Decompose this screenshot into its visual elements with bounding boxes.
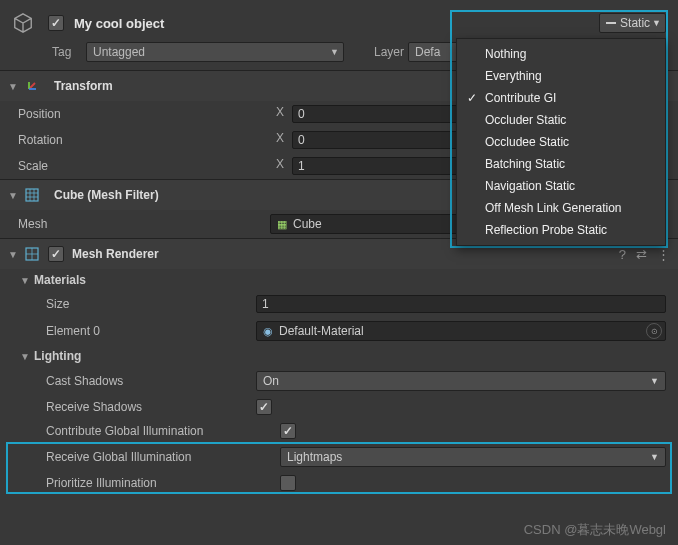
cast-shadows-label: Cast Shadows	[12, 374, 256, 388]
static-menu-item[interactable]: Off Mesh Link Generation	[457, 197, 665, 219]
rotation-x-field[interactable]: 0	[292, 131, 466, 149]
prioritize-label: Prioritize Illumination	[12, 476, 280, 490]
chevron-down-icon: ▼	[652, 18, 661, 28]
materials-size-field[interactable]: 1	[256, 295, 666, 313]
position-x-field[interactable]: 0	[292, 105, 466, 123]
svg-rect-0	[26, 189, 38, 201]
element0-label: Element 0	[12, 324, 256, 338]
receive-gi-dropdown[interactable]: Lightmaps▼	[280, 447, 666, 467]
static-label: Static	[620, 16, 650, 30]
foldout-icon: ▼	[8, 81, 18, 92]
contribute-gi-checkbox[interactable]	[280, 423, 296, 439]
object-picker-icon[interactable]: ⊙	[646, 323, 662, 339]
active-checkbox[interactable]	[48, 15, 64, 31]
help-icon[interactable]: ?	[619, 247, 626, 262]
chevron-down-icon: ▼	[650, 452, 659, 462]
meshfilter-icon	[22, 186, 42, 204]
static-menu-item[interactable]: Everything	[457, 65, 665, 87]
position-label: Position	[12, 107, 270, 121]
meshrenderer-icon	[22, 245, 42, 263]
scale-x-field[interactable]: 1	[292, 157, 466, 175]
receive-shadows-checkbox[interactable]	[256, 399, 272, 415]
static-menu-item[interactable]: Occluder Static	[457, 109, 665, 131]
tag-label: Tag	[52, 45, 80, 59]
rotation-label: Rotation	[12, 133, 270, 147]
foldout-icon: ▼	[20, 351, 30, 362]
foldout-icon: ▼	[8, 190, 18, 201]
materials-header[interactable]: ▼Materials	[0, 269, 678, 291]
object-name-field[interactable]	[74, 16, 599, 31]
menu-icon[interactable]: ⋮	[657, 247, 670, 262]
meshrenderer-enable-checkbox[interactable]	[48, 246, 64, 262]
preset-icon[interactable]: ⇄	[636, 247, 647, 262]
mesh-label: Mesh	[12, 217, 270, 231]
static-flags-menu[interactable]: NothingEverythingContribute GIOccluder S…	[456, 38, 666, 246]
watermark: CSDN @暮志未晚Webgl	[524, 521, 666, 539]
prioritize-checkbox[interactable]	[280, 475, 296, 491]
static-menu-item[interactable]: Batching Static	[457, 153, 665, 175]
tag-dropdown[interactable]: Untagged▼	[86, 42, 344, 62]
static-menu-item[interactable]: Occludee Static	[457, 131, 665, 153]
contribute-gi-label: Contribute Global Illumination	[12, 424, 280, 438]
cast-shadows-dropdown[interactable]: On▼	[256, 371, 666, 391]
static-menu-item[interactable]: Nothing	[457, 43, 665, 65]
scale-label: Scale	[12, 159, 270, 173]
lighting-header[interactable]: ▼Lighting	[0, 345, 678, 367]
mesh-asset-icon: ▦	[277, 218, 287, 231]
static-dropdown[interactable]: Static ▼	[599, 13, 666, 33]
element0-field[interactable]: ◉Default-Material⊙	[256, 321, 666, 341]
static-menu-item[interactable]: Reflection Probe Static	[457, 219, 665, 241]
static-menu-item[interactable]: Contribute GI	[457, 87, 665, 109]
transform-icon	[22, 77, 42, 95]
foldout-icon: ▼	[8, 249, 18, 260]
mixed-icon	[606, 22, 616, 24]
size-label: Size	[12, 297, 256, 311]
gameobject-icon	[12, 12, 34, 34]
material-asset-icon: ◉	[263, 325, 273, 338]
chevron-down-icon: ▼	[330, 47, 339, 57]
chevron-down-icon: ▼	[650, 376, 659, 386]
foldout-icon: ▼	[20, 275, 30, 286]
static-menu-item[interactable]: Navigation Static	[457, 175, 665, 197]
layer-label: Layer	[374, 45, 402, 59]
receive-shadows-label: Receive Shadows	[12, 400, 256, 414]
receive-gi-label: Receive Global Illumination	[12, 450, 280, 464]
